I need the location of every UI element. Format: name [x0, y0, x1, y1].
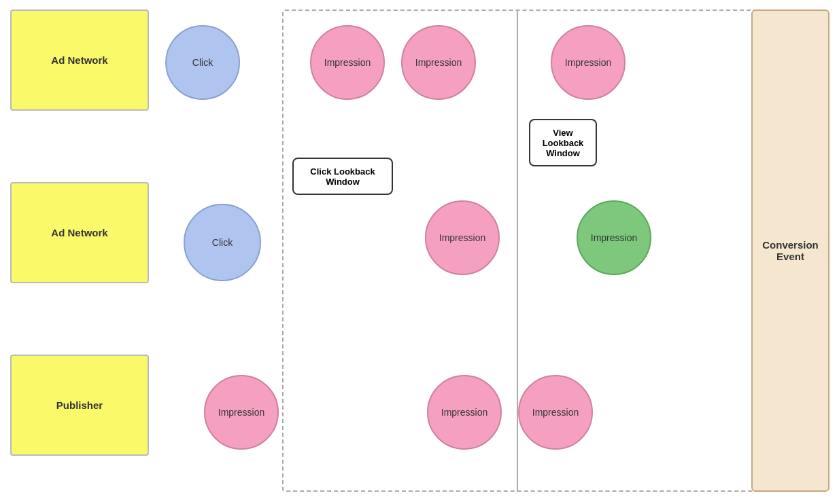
conversion-label: Conversion Event: [762, 239, 819, 262]
ad-network-2-label: Ad Network: [51, 227, 107, 238]
impression-6-label: Impression: [218, 407, 264, 418]
impression-circle-3: Impression: [551, 25, 626, 100]
click-lookback-box: Click Lookback Window: [292, 158, 393, 195]
impression-circle-4: Impression: [425, 200, 500, 275]
ad-network-2-box: Ad Network: [10, 182, 149, 283]
impression-circle-6: Impression: [204, 375, 279, 450]
impression-5-label: Impression: [591, 232, 637, 243]
impression-2-label: Impression: [415, 57, 462, 68]
impression-circle-7: Impression: [427, 375, 502, 450]
click-1-label: Click: [192, 57, 213, 68]
conversion-panel: Conversion Event: [751, 10, 829, 492]
ad-network-1-label: Ad Network: [51, 54, 107, 66]
impression-7-label: Impression: [441, 407, 487, 418]
ad-network-1-box: Ad Network: [10, 10, 149, 111]
impression-1-label: Impression: [324, 57, 371, 68]
click-circle-2: Click: [184, 204, 261, 281]
divider-line: [517, 10, 518, 492]
impression-circle-8: Impression: [518, 375, 593, 450]
impression-circle-5: Impression: [577, 200, 651, 275]
publisher-label: Publisher: [56, 399, 103, 411]
view-lookback-box: View Lookback Window: [529, 119, 597, 166]
impression-8-label: Impression: [532, 407, 579, 418]
click-2-label: Click: [212, 237, 233, 248]
view-lookback-label: View Lookback Window: [543, 128, 584, 158]
click-circle-1: Click: [165, 25, 240, 100]
publisher-box: Publisher: [10, 355, 149, 456]
diagram-area: Ad Network Ad Network Publisher Conversi…: [0, 0, 839, 504]
impression-4-label: Impression: [439, 232, 485, 243]
impression-circle-2: Impression: [401, 25, 476, 100]
impression-3-label: Impression: [565, 57, 611, 68]
click-lookback-label: Click Lookback Window: [310, 166, 375, 187]
impression-circle-1: Impression: [310, 25, 385, 100]
